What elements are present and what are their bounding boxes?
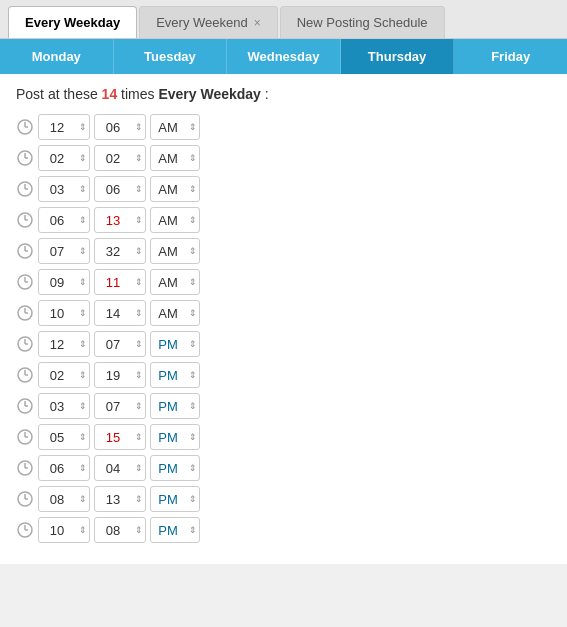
day-btn-monday[interactable]: Monday	[0, 39, 114, 74]
day-btn-tuesday[interactable]: Tuesday	[114, 39, 228, 74]
hour-select-1[interactable]: 010203040506070809101112	[38, 145, 90, 171]
time-row-7: 0102030405060708091011120001020304050607…	[16, 331, 551, 357]
ampm-select-5[interactable]: AMPM	[150, 269, 200, 295]
minute-select-13[interactable]: 0001020304050607080910111213141516171819…	[94, 517, 146, 543]
minute-select-6[interactable]: 0001020304050607080910111213141516171819…	[94, 300, 146, 326]
hour-select-5[interactable]: 010203040506070809101112	[38, 269, 90, 295]
minute-select-2[interactable]: 0001020304050607080910111213141516171819…	[94, 176, 146, 202]
time-row-6: 0102030405060708091011120001020304050607…	[16, 300, 551, 326]
minute-select-11[interactable]: 0001020304050607080910111213141516171819…	[94, 455, 146, 481]
clock-icon-10	[16, 428, 34, 446]
time-row-12: 0102030405060708091011120001020304050607…	[16, 486, 551, 512]
day-btn-friday[interactable]: Friday	[454, 39, 567, 74]
hour-select-0[interactable]: 010203040506070809101112	[38, 114, 90, 140]
clock-icon-0	[16, 118, 34, 136]
hour-select-13[interactable]: 010203040506070809101112	[38, 517, 90, 543]
tab-every-weekend[interactable]: Every Weekend×	[139, 6, 278, 38]
time-row-9: 0102030405060708091011120001020304050607…	[16, 393, 551, 419]
ampm-select-0[interactable]: AMPM	[150, 114, 200, 140]
hour-select-11[interactable]: 010203040506070809101112	[38, 455, 90, 481]
ampm-select-13[interactable]: AMPM	[150, 517, 200, 543]
ampm-select-11[interactable]: AMPM	[150, 455, 200, 481]
clock-icon-6	[16, 304, 34, 322]
ampm-select-12[interactable]: AMPM	[150, 486, 200, 512]
time-row-5: 0102030405060708091011120001020304050607…	[16, 269, 551, 295]
minute-select-5[interactable]: 0001020304050607080910111213141516171819…	[94, 269, 146, 295]
time-row-0: 0102030405060708091011120001020304050607…	[16, 114, 551, 140]
ampm-select-1[interactable]: AMPM	[150, 145, 200, 171]
hour-select-7[interactable]: 010203040506070809101112	[38, 331, 90, 357]
ampm-select-4[interactable]: AMPM	[150, 238, 200, 264]
clock-icon-4	[16, 242, 34, 260]
tab-close-every-weekend[interactable]: ×	[254, 16, 261, 30]
ampm-select-6[interactable]: AMPM	[150, 300, 200, 326]
minute-select-8[interactable]: 0001020304050607080910111213141516171819…	[94, 362, 146, 388]
clock-icon-7	[16, 335, 34, 353]
hour-select-9[interactable]: 010203040506070809101112	[38, 393, 90, 419]
minute-select-12[interactable]: 0001020304050607080910111213141516171819…	[94, 486, 146, 512]
clock-icon-9	[16, 397, 34, 415]
time-row-10: 0102030405060708091011120001020304050607…	[16, 424, 551, 450]
clock-icon-13	[16, 521, 34, 539]
tabs-bar: Every WeekdayEvery Weekend×New Posting S…	[0, 0, 567, 39]
clock-icon-5	[16, 273, 34, 291]
time-row-4: 0102030405060708091011120001020304050607…	[16, 238, 551, 264]
clock-icon-11	[16, 459, 34, 477]
ampm-select-3[interactable]: AMPM	[150, 207, 200, 233]
time-row-1: 0102030405060708091011120001020304050607…	[16, 145, 551, 171]
time-row-2: 0102030405060708091011120001020304050607…	[16, 176, 551, 202]
minute-select-4[interactable]: 0001020304050607080910111213141516171819…	[94, 238, 146, 264]
hour-select-10[interactable]: 010203040506070809101112	[38, 424, 90, 450]
ampm-select-9[interactable]: AMPM	[150, 393, 200, 419]
clock-icon-1	[16, 149, 34, 167]
post-label: Post at these 14 times Every Weekday :	[16, 86, 551, 102]
clock-icon-3	[16, 211, 34, 229]
days-bar: MondayTuesdayWednesdayThursdayFriday	[0, 39, 567, 74]
main-content: Post at these 14 times Every Weekday : 0…	[0, 74, 567, 564]
minute-select-1[interactable]: 0001020304050607080910111213141516171819…	[94, 145, 146, 171]
day-btn-wednesday[interactable]: Wednesday	[227, 39, 341, 74]
day-btn-thursday[interactable]: Thursday	[341, 39, 455, 74]
minute-select-7[interactable]: 0001020304050607080910111213141516171819…	[94, 331, 146, 357]
minute-select-0[interactable]: 0001020304050607080910111213141516171819…	[94, 114, 146, 140]
post-count: 14	[102, 86, 118, 102]
post-schedule: Every Weekday	[158, 86, 260, 102]
tab-new-posting[interactable]: New Posting Schedule	[280, 6, 445, 38]
minute-select-10[interactable]: 0001020304050607080910111213141516171819…	[94, 424, 146, 450]
time-row-13: 0102030405060708091011120001020304050607…	[16, 517, 551, 543]
minute-select-3[interactable]: 0001020304050607080910111213141516171819…	[94, 207, 146, 233]
ampm-select-10[interactable]: AMPM	[150, 424, 200, 450]
clock-icon-2	[16, 180, 34, 198]
hour-select-4[interactable]: 010203040506070809101112	[38, 238, 90, 264]
time-row-8: 0102030405060708091011120001020304050607…	[16, 362, 551, 388]
tab-every-weekday[interactable]: Every Weekday	[8, 6, 137, 38]
time-row-11: 0102030405060708091011120001020304050607…	[16, 455, 551, 481]
hour-select-12[interactable]: 010203040506070809101112	[38, 486, 90, 512]
hour-select-6[interactable]: 010203040506070809101112	[38, 300, 90, 326]
minute-select-9[interactable]: 0001020304050607080910111213141516171819…	[94, 393, 146, 419]
hour-select-8[interactable]: 010203040506070809101112	[38, 362, 90, 388]
ampm-select-8[interactable]: AMPM	[150, 362, 200, 388]
ampm-select-7[interactable]: AMPM	[150, 331, 200, 357]
time-list: 0102030405060708091011120001020304050607…	[16, 114, 551, 543]
hour-select-3[interactable]: 010203040506070809101112	[38, 207, 90, 233]
clock-icon-12	[16, 490, 34, 508]
ampm-select-2[interactable]: AMPM	[150, 176, 200, 202]
time-row-3: 0102030405060708091011120001020304050607…	[16, 207, 551, 233]
hour-select-2[interactable]: 010203040506070809101112	[38, 176, 90, 202]
clock-icon-8	[16, 366, 34, 384]
